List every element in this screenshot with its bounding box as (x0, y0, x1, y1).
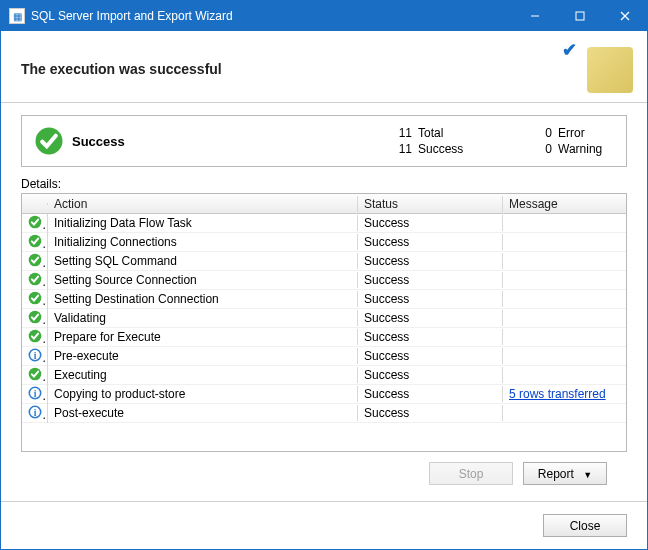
row-icon-cell (22, 214, 48, 233)
row-icon-cell: i (22, 385, 48, 404)
info-icon: i (28, 348, 42, 362)
table-row[interactable]: ValidatingSuccess (22, 309, 626, 328)
report-button[interactable]: Report ▼ (523, 462, 607, 485)
table-row[interactable]: iPost-executeSuccess (22, 404, 626, 423)
close-button[interactable]: Close (543, 514, 627, 537)
row-status-cell: Success (358, 348, 503, 364)
row-status-cell: Success (358, 405, 503, 421)
row-icon-cell (22, 309, 48, 328)
row-status-cell: Success (358, 367, 503, 383)
row-action-cell: Executing (48, 367, 358, 383)
table-row[interactable]: Setting Source ConnectionSuccess (22, 271, 626, 290)
row-status-cell: Success (358, 386, 503, 402)
error-count: 0 (534, 126, 552, 140)
success-label: Success (418, 142, 463, 156)
row-status-cell: Success (358, 291, 503, 307)
summary-stats: 11Total 11Success 0Error 0Warning (394, 126, 614, 156)
table-header: Action Status Message (22, 194, 626, 214)
total-count: 11 (394, 126, 412, 140)
row-action-cell: Validating (48, 310, 358, 326)
success-icon (28, 234, 42, 248)
header-check-icon: ✔ (562, 39, 577, 61)
col-status-header[interactable]: Status (358, 196, 503, 212)
row-message-cell (503, 298, 626, 300)
row-action-cell: Copying to product-store (48, 386, 358, 402)
row-action-cell: Setting Source Connection (48, 272, 358, 288)
row-action-cell: Prepare for Execute (48, 329, 358, 345)
row-action-cell: Initializing Connections (48, 234, 358, 250)
col-action-header[interactable]: Action (48, 196, 358, 212)
close-icon (620, 11, 630, 21)
row-message-cell (503, 336, 626, 338)
info-icon: i (28, 405, 42, 419)
col-icon-header[interactable] (22, 203, 48, 205)
row-status-cell: Success (358, 310, 503, 326)
svg-text:i: i (34, 387, 37, 398)
summary-status-label: Success (72, 134, 394, 149)
row-action-cell: Post-execute (48, 405, 358, 421)
success-icon (28, 215, 42, 229)
row-action-cell: Initializing Data Flow Task (48, 215, 358, 231)
row-status-cell: Success (358, 234, 503, 250)
row-message-cell (503, 279, 626, 281)
row-status-cell: Success (358, 272, 503, 288)
message-link[interactable]: 5 rows transferred (509, 387, 606, 401)
row-icon-cell (22, 271, 48, 290)
row-icon-cell (22, 328, 48, 347)
table-row[interactable]: Setting Destination ConnectionSuccess (22, 290, 626, 309)
details-table[interactable]: Action Status Message Initializing Data … (21, 193, 627, 452)
row-icon-cell: i (22, 347, 48, 366)
close-window-button[interactable] (602, 1, 647, 31)
table-row[interactable]: iPre-executeSuccess (22, 347, 626, 366)
success-icon (34, 126, 64, 156)
window-title: SQL Server Import and Export Wizard (31, 9, 512, 23)
success-count: 11 (394, 142, 412, 156)
error-label: Error (558, 126, 585, 140)
table-row[interactable]: Setting SQL CommandSuccess (22, 252, 626, 271)
action-button-row: Stop Report ▼ (21, 452, 627, 489)
row-icon-cell (22, 233, 48, 252)
maximize-icon (575, 11, 585, 21)
row-icon-cell (22, 366, 48, 385)
success-icon (28, 253, 42, 267)
info-icon: i (28, 386, 42, 400)
success-icon (28, 291, 42, 305)
row-icon-cell (22, 252, 48, 271)
row-action-cell: Setting SQL Command (48, 253, 358, 269)
table-row[interactable]: iCopying to product-storeSuccess5 rows t… (22, 385, 626, 404)
svg-text:i: i (34, 349, 37, 360)
row-message-cell (503, 241, 626, 243)
table-row[interactable]: Initializing Data Flow TaskSuccess (22, 214, 626, 233)
warning-count: 0 (534, 142, 552, 156)
row-message-cell (503, 222, 626, 224)
minimize-icon (530, 11, 540, 21)
row-icon-cell (22, 290, 48, 309)
row-status-cell: Success (358, 215, 503, 231)
page-header: The execution was successful ✔ (1, 31, 647, 103)
stop-button: Stop (429, 462, 513, 485)
success-icon (28, 272, 42, 286)
row-icon-cell: i (22, 404, 48, 423)
total-label: Total (418, 126, 443, 140)
header-decor-icon (587, 47, 633, 93)
success-icon (28, 367, 42, 381)
table-row[interactable]: Initializing ConnectionsSuccess (22, 233, 626, 252)
details-label: Details: (21, 177, 627, 191)
success-icon (28, 310, 42, 324)
svg-rect-1 (576, 12, 584, 20)
dialog-button-row: Close (1, 501, 647, 549)
row-status-cell: Success (358, 329, 503, 345)
table-row[interactable]: Prepare for ExecuteSuccess (22, 328, 626, 347)
chevron-down-icon: ▼ (583, 470, 592, 480)
maximize-button[interactable] (557, 1, 602, 31)
page-title: The execution was successful (21, 61, 627, 77)
minimize-button[interactable] (512, 1, 557, 31)
col-message-header[interactable]: Message (503, 196, 626, 212)
report-label: Report (538, 467, 574, 481)
row-status-cell: Success (358, 253, 503, 269)
table-row[interactable]: ExecutingSuccess (22, 366, 626, 385)
row-message-cell (503, 412, 626, 414)
success-icon (28, 329, 42, 343)
row-message-cell (503, 374, 626, 376)
row-message-cell: 5 rows transferred (503, 386, 626, 402)
